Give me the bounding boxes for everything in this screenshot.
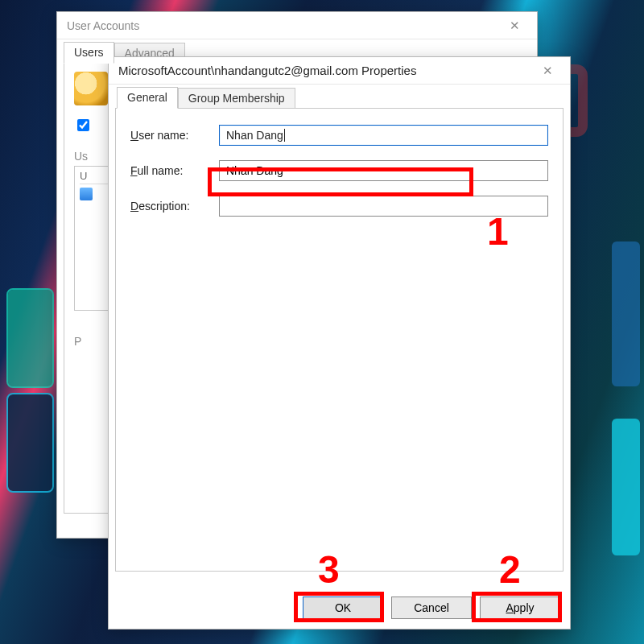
properties-window: MicrosoftAccount\nhandangutc2@gmail.com …: [108, 56, 571, 630]
user-row-icon: [80, 188, 93, 200]
dialog-button-row: OK Cancel Apply: [303, 597, 560, 619]
decor: [8, 290, 52, 386]
label-username: User name:: [130, 129, 219, 142]
decor: [8, 394, 52, 491]
window-title: User Accounts: [67, 19, 498, 32]
close-icon[interactable]: ✕: [498, 14, 530, 38]
decor: [612, 419, 640, 555]
titlebar[interactable]: User Accounts ✕: [57, 12, 537, 39]
fullname-input[interactable]: [219, 160, 548, 181]
label-description: Description:: [130, 200, 219, 213]
tab-pane-general: User name: Nhan Dang Full name: Descript…: [115, 108, 564, 572]
tab-row: General Group Membership: [109, 85, 570, 109]
decor: [612, 242, 640, 386]
cancel-button[interactable]: Cancel: [391, 597, 472, 619]
tab-users[interactable]: Users: [64, 42, 114, 64]
titlebar[interactable]: MicrosoftAccount\nhandangutc2@gmail.com …: [109, 57, 570, 85]
description-input[interactable]: [219, 196, 548, 217]
row-fullname: Full name:: [130, 160, 548, 181]
user-accounts-icon: [74, 72, 108, 105]
tab-group-membership[interactable]: Group Membership: [178, 88, 295, 109]
row-description: Description:: [130, 196, 548, 217]
ok-button[interactable]: OK: [303, 597, 383, 619]
tab-general[interactable]: General: [117, 87, 178, 109]
username-input[interactable]: Nhan Dang: [219, 125, 548, 146]
apply-button[interactable]: Apply: [480, 597, 560, 619]
close-icon[interactable]: ✕: [531, 59, 564, 83]
desktop-background: User Accounts ✕ Users Advanced Us U P: [0, 0, 644, 644]
checkbox-input[interactable]: [77, 119, 89, 131]
label-fullname: Full name:: [130, 164, 219, 177]
row-username: User name: Nhan Dang: [130, 125, 548, 146]
window-title: MicrosoftAccount\nhandangutc2@gmail.com …: [118, 64, 531, 77]
